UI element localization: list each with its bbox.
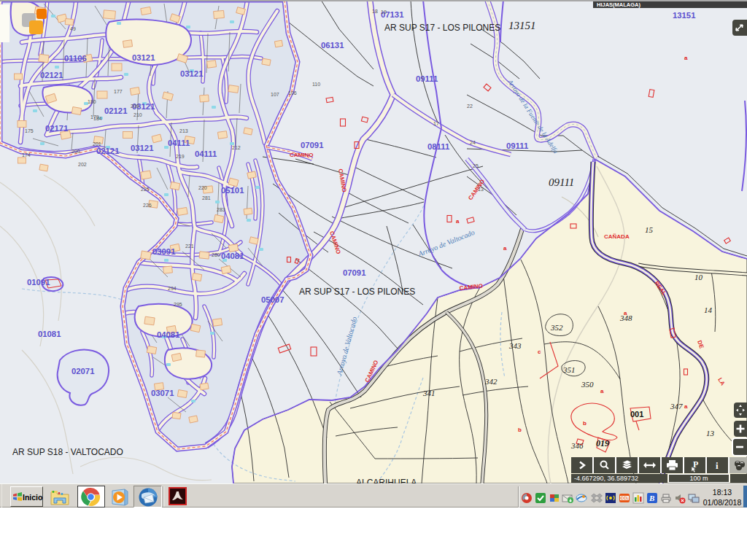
svg-text:05007: 05007 <box>261 295 284 304</box>
svg-text:02071: 02071 <box>71 367 94 376</box>
svg-text:03121: 03121 <box>131 144 153 152</box>
svg-text:220: 220 <box>198 185 207 190</box>
svg-text:c: c <box>538 349 541 355</box>
svg-text:221: 221 <box>185 244 194 249</box>
svg-text:350: 350 <box>581 380 594 389</box>
svg-text:03121: 03121 <box>132 53 155 62</box>
svg-text:24: 24 <box>470 140 476 145</box>
svg-text:06131: 06131 <box>321 41 344 50</box>
svg-text:179: 179 <box>90 114 99 120</box>
svg-text:02121: 02121 <box>40 71 63 79</box>
svg-text:226: 226 <box>143 203 152 208</box>
svg-text:15: 15 <box>645 225 654 234</box>
svg-text:347: 347 <box>670 402 683 411</box>
svg-text:19: 19 <box>381 9 387 15</box>
svg-text:09111: 09111 <box>506 141 528 150</box>
svg-text:07091: 07091 <box>343 268 365 277</box>
svg-text:175: 175 <box>25 128 34 133</box>
svg-text:02121: 02121 <box>104 106 127 115</box>
svg-text:283: 283 <box>217 207 225 212</box>
svg-text:14: 14 <box>704 306 713 314</box>
svg-text:225: 225 <box>141 187 150 192</box>
svg-text:a: a <box>684 55 688 61</box>
svg-text:ALCARIHUELA: ALCARIHUELA <box>356 478 417 483</box>
svg-text:b: b <box>583 420 587 427</box>
svg-text:200: 200 <box>71 149 80 154</box>
svg-text:13151: 13151 <box>673 11 695 20</box>
svg-text:106: 106 <box>288 90 297 96</box>
svg-text:04111: 04111 <box>168 139 190 147</box>
svg-text:CAÑADA: CAÑADA <box>604 233 630 240</box>
svg-text:AR SUP S17 - LOS PILONES: AR SUP S17 - LOS PILONES <box>299 287 415 297</box>
svg-text:02121: 02121 <box>96 147 119 155</box>
svg-text:351: 351 <box>562 365 576 374</box>
svg-text:04081: 04081 <box>221 252 244 260</box>
svg-text:CCL: CCL <box>621 496 630 500</box>
svg-text:07091: 07091 <box>301 141 323 149</box>
svg-text:02171: 02171 <box>45 124 68 133</box>
svg-text:213: 213 <box>179 128 188 133</box>
svg-text:B: B <box>649 494 654 502</box>
svg-text:352: 352 <box>550 323 563 332</box>
svg-text:03071: 03071 <box>151 389 174 397</box>
svg-text:219: 219 <box>176 154 185 159</box>
svg-text:05101: 05101 <box>221 186 244 195</box>
svg-text:13151: 13151 <box>508 20 536 31</box>
svg-text:22: 22 <box>467 104 473 109</box>
svg-text:08111: 08111 <box>427 142 449 151</box>
svg-text:b: b <box>518 427 522 433</box>
svg-text:209: 209 <box>131 104 139 109</box>
svg-text:001: 001 <box>630 410 643 419</box>
svg-text:281: 281 <box>202 195 211 201</box>
svg-text:49: 49 <box>70 26 76 31</box>
svg-text:18: 18 <box>372 9 378 14</box>
svg-text:346: 346 <box>570 441 584 450</box>
svg-text:177: 177 <box>114 89 123 94</box>
svg-text:a: a <box>600 388 604 394</box>
svg-text:a: a <box>456 218 460 225</box>
svg-text:AR SUP S18 - VALTOCADO: AR SUP S18 - VALTOCADO <box>12 447 123 457</box>
svg-text:01106: 01106 <box>64 54 87 63</box>
svg-text:210: 210 <box>133 112 142 117</box>
svg-text:343: 343 <box>508 341 522 350</box>
svg-text:17: 17 <box>433 121 439 126</box>
svg-text:CAMINO: CAMINO <box>290 152 313 158</box>
svg-text:13: 13 <box>478 187 484 192</box>
svg-text:10: 10 <box>694 273 703 281</box>
svg-text:174: 174 <box>22 152 31 158</box>
svg-text:01081: 01081 <box>38 330 61 338</box>
svg-text:294: 294 <box>168 286 177 291</box>
svg-text:280: 280 <box>212 252 220 257</box>
svg-text:295: 295 <box>174 302 182 307</box>
svg-text:25: 25 <box>473 163 479 168</box>
svg-text:202: 202 <box>78 162 87 167</box>
svg-text:019: 019 <box>596 438 609 448</box>
svg-text:212: 212 <box>232 145 241 150</box>
svg-text:a: a <box>624 310 627 316</box>
svg-text:13: 13 <box>706 429 715 438</box>
svg-text:03091: 03091 <box>152 247 175 256</box>
svg-text:107: 107 <box>271 92 279 97</box>
svg-text:180: 180 <box>88 99 96 104</box>
svg-text:09111: 09111 <box>416 74 438 83</box>
svg-text:03121: 03121 <box>180 69 203 78</box>
svg-text:04111: 04111 <box>195 149 217 158</box>
svg-text:341: 341 <box>422 389 436 397</box>
svg-text:110: 110 <box>312 82 320 87</box>
svg-text:a: a <box>503 245 507 252</box>
svg-text:04081: 04081 <box>157 330 179 339</box>
svg-text:a: a <box>684 403 688 410</box>
svg-text:i: i <box>716 460 719 471</box>
svg-text:AR SUP S17 - LOS PILONES: AR SUP S17 - LOS PILONES <box>384 23 500 33</box>
svg-text:09111: 09111 <box>549 176 574 188</box>
svg-text:201: 201 <box>93 141 101 147</box>
svg-text:342: 342 <box>484 377 498 386</box>
svg-text:01091: 01091 <box>27 278 50 287</box>
